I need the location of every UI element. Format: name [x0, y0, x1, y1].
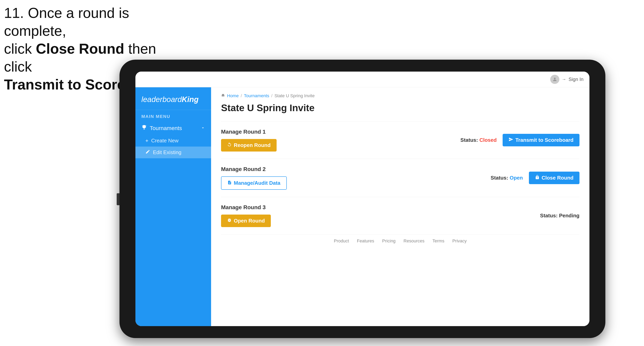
footer-product[interactable]: Product	[334, 238, 349, 244]
plus-icon: +	[145, 138, 148, 144]
reopen-round-label: Reopen Round	[234, 142, 270, 148]
avatar	[550, 75, 559, 84]
round-2-section: Manage Round 2 Manage/Audit Data	[221, 159, 580, 197]
sign-in-area[interactable]: → Sign In	[550, 75, 584, 84]
sign-in-label[interactable]: Sign In	[568, 77, 584, 82]
round-3-section: Manage Round 3 Open Round St	[221, 197, 580, 234]
transmit-scoreboard-label: Transmit to Scoreboard	[515, 137, 574, 143]
edit-icon	[145, 149, 150, 156]
transmit-scoreboard-button[interactable]: Transmit to Scoreboard	[502, 134, 580, 146]
chevron-down-icon	[201, 125, 205, 132]
sidebar: leaderboardKing MAIN MENU Tournaments	[136, 87, 211, 326]
sign-in-icon: →	[562, 77, 566, 82]
svg-point-2	[554, 78, 556, 79]
round-1-section: Manage Round 1 Reopen Round	[221, 121, 580, 159]
instruction-close-round: Close Round	[36, 41, 124, 57]
round-1-right: Status: Closed Transmit to Scoreboard	[460, 134, 580, 146]
manage-audit-button[interactable]: Manage/Audit Data	[221, 176, 287, 190]
audit-icon	[228, 180, 232, 186]
round-1-status-value: Closed	[479, 137, 497, 143]
instruction-click: click	[4, 41, 36, 57]
round-3-title: Manage Round 3	[221, 204, 271, 211]
breadcrumb-sep2: /	[271, 93, 272, 98]
transmit-icon	[508, 137, 513, 143]
tablet-side-button	[117, 193, 120, 205]
footer-resources[interactable]: Resources	[404, 238, 424, 244]
round-1-title: Manage Round 1	[221, 129, 276, 135]
logo-text-bold: King	[182, 95, 198, 104]
instruction-line1: 11. Once a round is complete,	[4, 4, 183, 40]
footer-pricing[interactable]: Pricing	[382, 238, 396, 244]
logo-area: leaderboardKing	[136, 93, 211, 110]
lock-icon	[535, 175, 540, 181]
round-3-left: Manage Round 3 Open Round	[221, 204, 271, 227]
open-icon	[227, 218, 232, 224]
open-round-label: Open Round	[234, 218, 265, 224]
top-bar: → Sign In	[136, 72, 590, 87]
sidebar-sub-edit-existing[interactable]: Edit Existing	[136, 147, 211, 158]
app-screen: → Sign In leaderboardKing MAIN MENU	[136, 72, 590, 326]
sidebar-item-tournaments-left: Tournaments	[142, 125, 182, 132]
breadcrumb-current: State U Spring Invite	[274, 93, 315, 98]
app-layout: leaderboardKing MAIN MENU Tournaments	[136, 87, 590, 326]
round-2-title: Manage Round 2	[221, 166, 287, 173]
logo-text-light: leaderboard	[142, 95, 182, 104]
close-round-button[interactable]: Close Round	[529, 172, 580, 184]
close-round-label: Close Round	[542, 175, 574, 181]
round-1-status-label: Status:	[460, 137, 478, 143]
round-3-status-label: Status:	[540, 213, 558, 218]
tablet-device: → Sign In leaderboardKing MAIN MENU	[120, 60, 605, 338]
sidebar-sub-create-new[interactable]: + Create New	[136, 135, 211, 147]
create-new-label: Create New	[151, 138, 178, 144]
edit-existing-label: Edit Existing	[153, 149, 182, 156]
round-1-left: Manage Round 1 Reopen Round	[221, 129, 276, 152]
breadcrumb-tournaments[interactable]: Tournaments	[244, 93, 269, 98]
sidebar-tournaments-label: Tournaments	[150, 125, 182, 132]
footer-features[interactable]: Features	[357, 238, 374, 244]
page-title: State U Spring Invite	[221, 102, 580, 113]
round-2-status-label: Status:	[491, 175, 508, 181]
app-footer: Product Features Pricing Resources Terms…	[221, 234, 580, 248]
round-2-right: Status: Open Close Round	[491, 172, 580, 184]
trophy-icon	[142, 125, 147, 132]
breadcrumb-home[interactable]: Home	[227, 93, 239, 98]
main-menu-label: MAIN MENU	[136, 114, 211, 122]
open-round-button[interactable]: Open Round	[221, 214, 271, 227]
round-2-status-value: Open	[510, 175, 523, 181]
sidebar-item-tournaments[interactable]: Tournaments	[136, 122, 211, 135]
reopen-round-button[interactable]: Reopen Round	[221, 139, 276, 152]
round-3-status-value: Pending	[559, 213, 580, 218]
footer-terms[interactable]: Terms	[432, 238, 444, 244]
breadcrumb-sep1: /	[241, 93, 242, 98]
round-3-right: Status: Pending	[540, 213, 580, 219]
manage-audit-label: Manage/Audit Data	[234, 180, 280, 186]
logo: leaderboardKing	[142, 95, 205, 104]
round-2-left: Manage Round 2 Manage/Audit Data	[221, 166, 287, 190]
round-3-status: Status: Pending	[540, 213, 580, 219]
main-content: Home / Tournaments / State U Spring Invi…	[211, 87, 590, 326]
breadcrumb: Home / Tournaments / State U Spring Invi…	[221, 93, 580, 98]
reopen-icon	[227, 142, 232, 148]
round-2-status: Status: Open	[491, 175, 523, 181]
footer-privacy[interactable]: Privacy	[452, 238, 466, 244]
home-icon	[221, 93, 225, 98]
round-1-status: Status: Closed	[460, 137, 497, 143]
